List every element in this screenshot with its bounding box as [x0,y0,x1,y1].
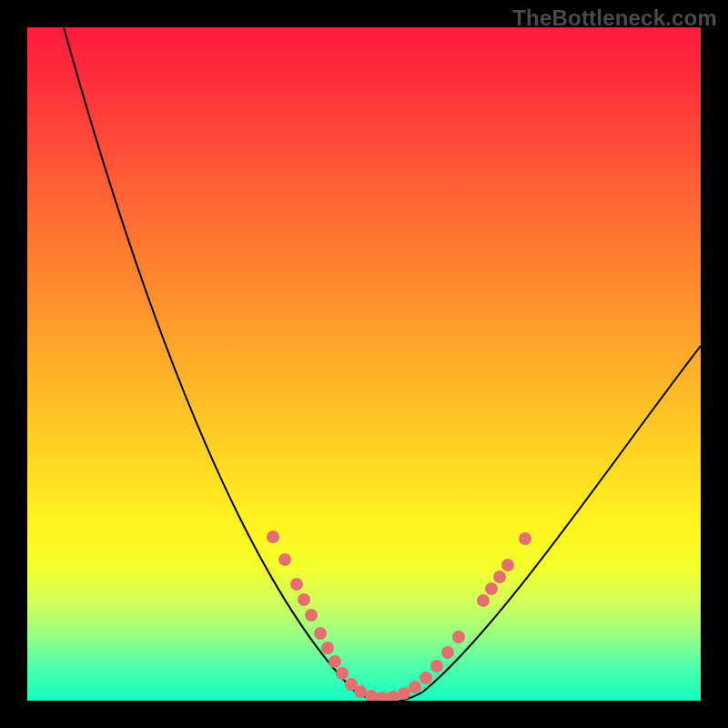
marker-dot [305,609,318,622]
marker-dot [409,681,421,693]
marker-dot [519,532,531,545]
marker-dot [365,690,378,701]
marker-dot [298,593,310,606]
marker-dot [314,627,327,640]
marker-dot [336,667,349,680]
marker-dot [329,655,341,668]
marker-dot [387,691,399,701]
marker-dot [477,594,490,607]
watermark-text: TheBottleneck.com [512,5,717,31]
marker-group [267,531,531,701]
marker-dot [493,571,506,583]
marker-dot [376,692,389,701]
plot-area [27,27,701,701]
marker-dot [278,553,291,566]
marker-dot [420,672,432,684]
marker-dot [430,660,443,672]
marker-dot [398,687,410,700]
marker-dot [485,582,498,595]
marker-dot [267,531,279,543]
chart-frame [27,27,701,701]
marker-dot [501,559,514,571]
marker-dot [452,631,465,643]
marker-dot [354,685,367,698]
marker-dot [321,642,334,654]
chart-svg [27,27,701,701]
main-curve [64,27,701,701]
marker-dot [290,578,303,591]
marker-dot [441,646,454,659]
